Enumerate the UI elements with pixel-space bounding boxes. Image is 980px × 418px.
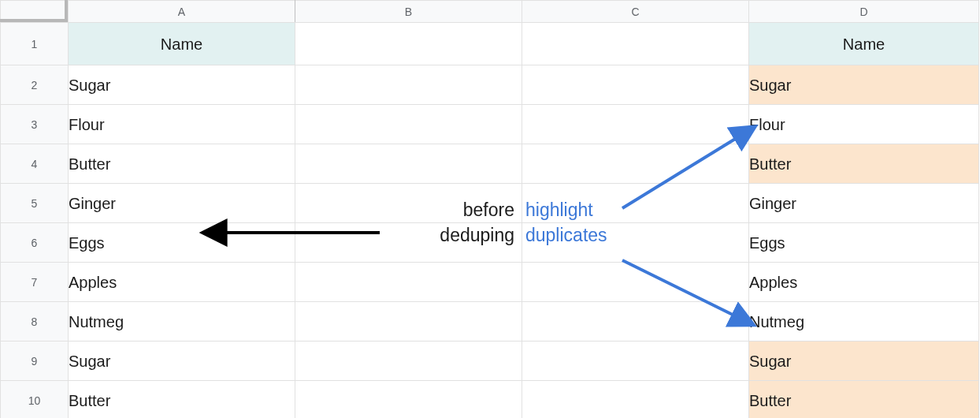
annotation-text: before <box>463 200 514 220</box>
cell-D2[interactable]: Sugar <box>749 65 979 105</box>
col-header-label: D <box>859 6 867 18</box>
cell-C1[interactable] <box>522 23 749 65</box>
cell-value: Sugar <box>69 77 295 93</box>
cell-B7[interactable] <box>295 263 522 302</box>
cell-value: Sugar <box>749 353 978 369</box>
cell-B1[interactable] <box>295 23 522 65</box>
col-header-A[interactable]: A <box>69 1 295 23</box>
cell-B9[interactable] <box>295 341 522 381</box>
cell-value: Butter <box>69 156 295 172</box>
row-header-3[interactable]: 3 <box>1 105 69 144</box>
cell-A4[interactable]: Butter <box>69 144 295 184</box>
col-header-B[interactable]: B <box>295 1 522 23</box>
row-header-10[interactable]: 10 <box>1 381 69 419</box>
cell-B10[interactable] <box>295 381 522 419</box>
annotation-text: highlight <box>525 200 593 220</box>
row-header-4[interactable]: 4 <box>1 144 69 184</box>
col-header-C[interactable]: C <box>522 1 749 23</box>
cell-D7[interactable]: Apples <box>749 263 979 302</box>
col-header-label: B <box>405 6 412 18</box>
select-all-corner[interactable] <box>1 1 69 23</box>
cell-D1[interactable]: Name <box>749 23 979 65</box>
cell-value: Ginger <box>69 196 295 211</box>
row-header-8[interactable]: 8 <box>1 302 69 341</box>
cell-A1[interactable]: Name <box>69 23 295 65</box>
cell-value: Butter <box>69 393 295 409</box>
row-header-label: 3 <box>32 118 38 131</box>
table-row: 9 Sugar Sugar <box>1 341 979 381</box>
table-row: 3 Flour Flour <box>1 105 979 144</box>
cell-B3[interactable] <box>295 105 522 144</box>
cell-value: Eggs <box>749 235 978 251</box>
cell-D6[interactable]: Eggs <box>749 223 979 263</box>
row-header-label: 5 <box>32 197 38 210</box>
cell-D5[interactable]: Ginger <box>749 184 979 223</box>
cell-A10[interactable]: Butter <box>69 381 295 419</box>
table-row: 7 Apples Apples <box>1 263 979 302</box>
col-header-label: C <box>631 6 639 18</box>
cell-A6[interactable]: Eggs <box>69 223 295 263</box>
row-header-label: 2 <box>32 79 38 91</box>
cell-D9[interactable]: Sugar <box>749 341 979 381</box>
cell-A7[interactable]: Apples <box>69 263 295 302</box>
cell-B4[interactable] <box>295 144 522 184</box>
row-header-label: 1 <box>32 38 38 50</box>
table-row: 10 Butter Butter <box>1 381 979 419</box>
col-header-D[interactable]: D <box>749 1 979 23</box>
cell-value: Butter <box>749 393 978 409</box>
cell-C9[interactable] <box>522 341 749 381</box>
cell-value: Sugar <box>749 77 978 93</box>
table-row: 2 Sugar Sugar <box>1 65 979 105</box>
cell-value: Ginger <box>749 196 978 211</box>
annotation-before-deduping: before deduping <box>384 197 514 248</box>
cell-D8[interactable]: Nutmeg <box>749 302 979 341</box>
table-row: 4 Butter Butter <box>1 144 979 184</box>
cell-A8[interactable]: Nutmeg <box>69 302 295 341</box>
cell-C2[interactable] <box>522 65 749 105</box>
cell-D10[interactable]: Butter <box>749 381 979 419</box>
cell-A3[interactable]: Flour <box>69 105 295 144</box>
cell-value: Nutmeg <box>749 314 978 330</box>
annotation-text: duplicates <box>525 225 607 245</box>
cell-D4[interactable]: Butter <box>749 144 979 184</box>
cell-value: Nutmeg <box>69 314 295 330</box>
col-header-label: A <box>178 6 185 18</box>
cell-C7[interactable] <box>522 263 749 302</box>
row-header-label: 6 <box>32 237 38 249</box>
cell-value: Name <box>69 36 295 52</box>
row-header-label: 7 <box>32 276 38 289</box>
row-header-6[interactable]: 6 <box>1 223 69 263</box>
annotation-text: deduping <box>440 225 514 245</box>
cell-value: Name <box>749 36 978 52</box>
annotation-highlight-duplicates: highlight duplicates <box>525 197 607 248</box>
cell-value: Apples <box>69 274 295 290</box>
cell-A9[interactable]: Sugar <box>69 341 295 381</box>
cell-D3[interactable]: Flour <box>749 105 979 144</box>
row-header-label: 8 <box>32 315 38 328</box>
row-header-7[interactable]: 7 <box>1 263 69 302</box>
cell-value: Flour <box>749 117 978 132</box>
row-header-9[interactable]: 9 <box>1 341 69 381</box>
cell-C10[interactable] <box>522 381 749 419</box>
cell-A2[interactable]: Sugar <box>69 65 295 105</box>
cell-A5[interactable]: Ginger <box>69 184 295 223</box>
cell-B8[interactable] <box>295 302 522 341</box>
row-header-label: 10 <box>28 394 41 407</box>
cell-value: Eggs <box>69 235 295 251</box>
row-header-2[interactable]: 2 <box>1 65 69 105</box>
cell-value: Apples <box>749 274 978 290</box>
cell-value: Butter <box>749 156 978 172</box>
cell-C8[interactable] <box>522 302 749 341</box>
cell-B2[interactable] <box>295 65 522 105</box>
cell-C3[interactable] <box>522 105 749 144</box>
row-header-1[interactable]: 1 <box>1 23 69 65</box>
cell-value: Sugar <box>69 353 295 369</box>
table-row: 8 Nutmeg Nutmeg <box>1 302 979 341</box>
row-header-5[interactable]: 5 <box>1 184 69 223</box>
table-row: 1 Name Name <box>1 23 979 65</box>
row-header-label: 4 <box>32 158 38 170</box>
row-header-label: 9 <box>32 355 38 368</box>
cell-C4[interactable] <box>522 144 749 184</box>
cell-value: Flour <box>69 117 295 132</box>
